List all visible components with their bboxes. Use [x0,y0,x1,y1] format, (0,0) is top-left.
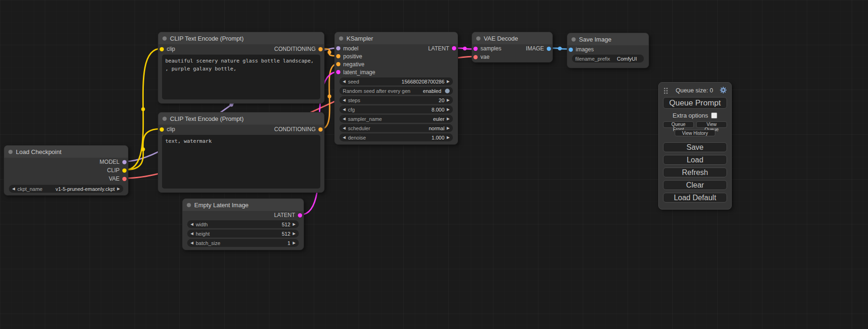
node-title-bar[interactable]: Empty Latent Image [183,199,303,211]
node-title-bar[interactable]: Load Checkpoint [4,146,128,158]
load-button[interactable]: Load [663,155,727,165]
clip-output-dot[interactable] [122,168,127,173]
drag-handle-icon[interactable] [664,88,665,89]
extra-options-checkbox[interactable] [711,112,717,119]
vae-input-dot[interactable] [473,55,478,59]
node-clip-text-encode-negative[interactable]: CLIP Text Encode (Prompt) clip CONDITION… [158,112,325,193]
link-midpoint-dot [141,107,145,111]
node-empty-latent-image[interactable]: Empty Latent Image LATENT ◀ width 512 ▶ … [182,198,304,250]
arrow-right-icon[interactable]: ▶ [293,223,296,226]
arrow-right-icon[interactable]: ▶ [447,108,450,112]
slot-row: clip CONDITIONING [158,44,324,54]
node-load-checkpoint[interactable]: Load Checkpoint MODEL CLIP VAE ◀ ckpt_na… [4,145,128,196]
collapse-circle-icon[interactable] [339,36,343,41]
arrow-right-icon[interactable]: ▶ [447,98,450,102]
clip-input-dot[interactable] [160,47,164,51]
arrow-right-icon[interactable]: ▶ [447,80,450,84]
samples-input-dot[interactable] [473,47,478,51]
node-title-bar[interactable]: Save Image [567,33,649,45]
collapse-circle-icon[interactable] [162,36,167,41]
view-history-row: View History [663,130,727,136]
node-save-image[interactable]: Save Image images filename_prefix ComfyU… [567,33,649,68]
seed-widget[interactable]: ◀ seed 156680208700286 ▶ [339,77,453,85]
arrow-left-icon[interactable]: ◀ [343,117,346,121]
collapse-circle-icon[interactable] [8,150,13,154]
collapse-circle-icon[interactable] [162,117,167,121]
arrow-left-icon[interactable]: ◀ [343,136,346,140]
arrow-right-icon[interactable]: ▶ [293,232,296,236]
arrow-left-icon[interactable]: ◀ [343,126,346,130]
load-default-button[interactable]: Load Default [663,193,727,203]
input-slot-model: model [336,45,359,52]
latent-image-input-dot[interactable] [336,70,340,74]
model-input-dot[interactable] [336,46,340,50]
arrow-right-icon[interactable]: ▶ [447,117,450,121]
node-ksampler[interactable]: KSampler model LATENT positive negative … [334,32,458,145]
view-queue-button[interactable]: View Queue [696,121,727,128]
link-midpoint-dot [328,50,332,54]
model-output-dot[interactable] [122,160,127,164]
latent-output-dot[interactable] [452,46,456,50]
steps-widget[interactable]: ◀ steps 20 ▶ [339,96,453,104]
arrow-right-icon[interactable]: ▶ [117,187,120,191]
queue-size-label: Queue size: 0 [669,87,720,94]
collapse-circle-icon[interactable] [187,203,191,207]
vae-output-dot[interactable] [122,177,127,181]
queue-prompt-button[interactable]: Queue Prompt [663,97,727,109]
positive-input-dot[interactable] [336,54,340,58]
node-title: CLIP Text Encode (Prompt) [170,35,244,42]
node-title-bar[interactable]: CLIP Text Encode (Prompt) [158,32,324,44]
images-input-dot[interactable] [569,48,573,52]
filename-prefix-widget[interactable]: filename_prefix ComfyUI [572,55,644,63]
output-slot-conditioning: CONDITIONING [274,46,323,52]
negative-input-dot[interactable] [336,62,340,66]
toggle-dot-icon[interactable] [445,89,450,93]
collapse-circle-icon[interactable] [476,36,480,41]
latent-output-dot[interactable] [298,213,302,217]
arrow-left-icon[interactable]: ◀ [191,241,193,245]
arrow-left-icon[interactable]: ◀ [12,187,15,191]
conditioning-output-dot[interactable] [318,47,323,51]
arrow-right-icon[interactable]: ▶ [447,136,450,140]
clear-button[interactable]: Clear [663,180,727,190]
arrow-right-icon[interactable]: ▶ [293,241,296,245]
arrow-left-icon[interactable]: ◀ [343,108,346,112]
arrow-left-icon[interactable]: ◀ [191,223,193,226]
node-clip-text-encode-positive[interactable]: CLIP Text Encode (Prompt) clip CONDITION… [158,32,325,104]
view-history-button[interactable]: View History [675,130,716,136]
node-title-bar[interactable]: KSampler [335,32,458,44]
node-title-bar[interactable]: VAE Decode [472,32,552,44]
save-button[interactable]: Save [663,142,727,152]
queue-front-button[interactable]: Queue Front [663,121,694,128]
collapse-circle-icon[interactable] [572,37,576,42]
scheduler-widget[interactable]: ◀ scheduler normal ▶ [339,124,453,132]
negative-prompt-textarea[interactable]: text, watermark [162,135,320,189]
ckpt-name-widget[interactable]: ◀ ckpt_name v1-5-pruned-emaonly.ckpt ▶ [9,185,123,193]
arrow-right-icon[interactable]: ▶ [447,126,450,130]
extra-options-label: Extra options [673,112,708,119]
arrow-left-icon[interactable]: ◀ [343,98,346,102]
positive-prompt-textarea[interactable]: beautiful scenery nature glass bottle la… [162,55,320,99]
image-output-dot[interactable] [547,47,551,51]
denoise-widget[interactable]: ◀ denoise 1.000 ▶ [339,133,453,141]
refresh-button[interactable]: Refresh [663,168,727,177]
control-after-generate-widget[interactable]: Random seed after every gen enabled [339,87,453,95]
output-slot-clip: CLIP [4,166,128,175]
comfyui-canvas[interactable]: { "colors": { "model": "#B39DDB", "clip"… [0,0,868,329]
sampler-name-widget[interactable]: ◀ sampler_name euler ▶ [339,115,453,123]
slot-row: samples IMAGE [472,44,552,53]
settings-gear-icon[interactable] [720,86,727,94]
conditioning-output-dot[interactable] [318,127,323,132]
node-title: VAE Decode [484,35,518,42]
node-vae-decode[interactable]: VAE Decode samples IMAGE vae [472,32,553,63]
width-widget[interactable]: ◀ width 512 ▶ [187,220,299,228]
arrow-left-icon[interactable]: ◀ [191,232,193,236]
cfg-widget[interactable]: ◀ cfg 8.000 ▶ [339,105,453,113]
menu-header: Queue size: 0 [663,86,727,94]
height-widget[interactable]: ◀ height 512 ▶ [187,230,299,238]
arrow-left-icon[interactable]: ◀ [343,80,346,84]
node-title-bar[interactable]: CLIP Text Encode (Prompt) [158,112,324,125]
clip-input-dot[interactable] [160,127,164,132]
batch-size-widget[interactable]: ◀ batch_size 1 ▶ [187,239,299,247]
queue-buttons-row: Queue Front View Queue [663,121,727,128]
